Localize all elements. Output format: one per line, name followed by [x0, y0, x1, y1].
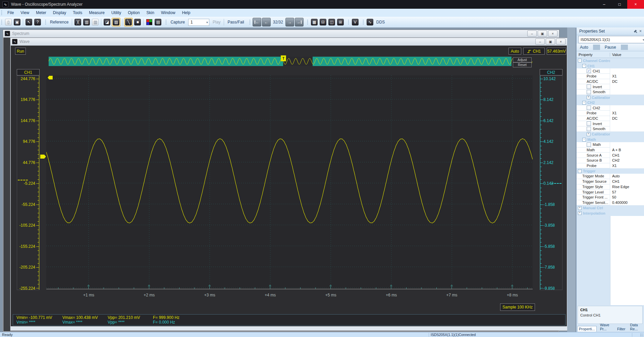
- tile-horizontal-icon[interactable]: ⊟: [319, 18, 327, 26]
- property-value[interactable]: X1: [610, 163, 644, 169]
- trigger-position-flag[interactable]: T: [281, 55, 286, 61]
- property-value[interactable]: CH1: [610, 179, 644, 184]
- stop-icon[interactable]: ■: [133, 18, 142, 26]
- collapse-box[interactable]: -: [578, 169, 582, 173]
- first-frame-icon[interactable]: ←: [253, 18, 261, 26]
- ch2-ground-marker[interactable]: [551, 183, 561, 184]
- checkbox-invert[interactable]: [587, 121, 591, 126]
- expand-box[interactable]: +: [587, 96, 590, 99]
- property-value[interactable]: 57: [610, 189, 644, 195]
- reference-button[interactable]: Reference: [48, 20, 70, 24]
- overview-reset-button[interactable]: Reset: [513, 62, 532, 67]
- checkbox-smooth[interactable]: [587, 90, 591, 94]
- property-value[interactable]: Auto: [610, 174, 644, 179]
- props-pause-button[interactable]: Pause: [601, 45, 620, 50]
- resize-grip[interactable]: [640, 333, 643, 337]
- checkbox-ch2[interactable]: [587, 106, 591, 110]
- save-icon[interactable]: ▣: [13, 18, 21, 26]
- arrange-icons-icon[interactable]: ⊞: [336, 18, 344, 26]
- property-row-trigger-sensit[interactable]: Trigger Sensit...0.400000: [577, 200, 644, 206]
- ch1-axis-scale-area[interactable]: 244.776194.776144.77694.77644.776-5.224-…: [17, 75, 40, 290]
- property-row-invert[interactable]: Invert: [577, 121, 644, 126]
- property-row-ch1[interactable]: -CH1: [577, 63, 644, 69]
- next-frame-icon[interactable]: →: [285, 18, 294, 26]
- property-row-trigger-mode[interactable]: Trigger ModeAuto: [577, 174, 644, 179]
- capture-overview-strip[interactable]: T Adjust Reset: [49, 57, 532, 66]
- property-row-ch2[interactable]: -CH2: [577, 100, 644, 106]
- help-icon[interactable]: ?: [34, 18, 42, 26]
- last-frame-icon[interactable]: →: [295, 18, 304, 26]
- menu-file[interactable]: File: [4, 9, 17, 17]
- trigger-channel-badge[interactable]: CH1: [523, 48, 545, 55]
- panel-tab-data-re[interactable]: Data Re...: [629, 322, 644, 332]
- voltage-button[interactable]: V: [351, 18, 359, 26]
- property-row-probe[interactable]: ProbeX1: [577, 111, 644, 116]
- property-row-calibration[interactable]: +Calibration: [577, 95, 644, 100]
- spectrum-window-titlebar[interactable]: ∿ Spectrum –▣×: [3, 30, 559, 38]
- property-row-manual-ctrl[interactable]: +Manual Ctrl: [577, 205, 644, 211]
- property-value[interactable]: 0.400000: [610, 200, 644, 206]
- checkbox-invert[interactable]: [587, 85, 591, 89]
- property-row-probe[interactable]: ProbeX1: [577, 74, 644, 79]
- prev-frame-icon[interactable]: ←: [262, 18, 271, 26]
- ch2-axis-scale-area[interactable]: 10.1428.1426.1424.1422.1420.142-1.858-3.…: [540, 75, 562, 290]
- trigger-level-marker[interactable]: [40, 155, 46, 159]
- menu-tools[interactable]: Tools: [69, 9, 86, 17]
- property-row-source-a[interactable]: Source ACH1: [577, 153, 644, 158]
- panel-splitter[interactable]: [567, 27, 576, 332]
- property-value[interactable]: X1: [610, 110, 644, 116]
- property-value[interactable]: CH2: [610, 158, 644, 164]
- property-row-invert[interactable]: Invert: [577, 84, 644, 90]
- property-row-channel-control[interactable]: -Channel Control: [577, 58, 644, 63]
- wave-window-restore-button[interactable]: ▣: [546, 39, 555, 45]
- property-row-math[interactable]: Math: [577, 142, 644, 148]
- device-select[interactable]: ISDS205X(1.1)(1) ▾: [578, 36, 644, 43]
- pointer-back-icon[interactable]: ↖: [25, 18, 33, 26]
- checkbox-math[interactable]: [587, 143, 591, 147]
- property-row-math[interactable]: -Math: [577, 137, 644, 142]
- property-value[interactable]: Rise Edge: [610, 184, 644, 190]
- menu-measure[interactable]: Measure: [86, 9, 108, 17]
- property-value[interactable]: X1: [610, 74, 644, 79]
- property-row-calibration[interactable]: +Calibration: [577, 132, 644, 137]
- property-row-ac-dc[interactable]: AC/DCDC: [577, 116, 644, 121]
- property-row-probe[interactable]: ProbeX1: [577, 163, 644, 169]
- wave-window-titlebar[interactable]: ∿ Wave –▣×: [10, 38, 567, 46]
- expand-box[interactable]: +: [587, 132, 590, 136]
- property-row-trigger-front[interactable]: Trigger Front ...50: [577, 195, 644, 200]
- property-value[interactable]: DC: [610, 79, 644, 85]
- collapse-box[interactable]: -: [582, 101, 586, 105]
- menu-window[interactable]: Window: [158, 9, 179, 17]
- waveform-plot[interactable]: [46, 75, 533, 289]
- panel-close-icon[interactable]: ×: [639, 29, 642, 34]
- overview-adjust-button[interactable]: Adjust: [513, 57, 532, 62]
- panel-tab-wave-pr[interactable]: Wave Pr...: [599, 322, 614, 332]
- property-value[interactable]: DC: [610, 116, 644, 121]
- menu-help[interactable]: Help: [179, 9, 194, 17]
- capture-select[interactable]: 1▾: [188, 19, 209, 26]
- property-value[interactable]: CH1: [610, 153, 644, 158]
- property-row-trigger-style[interactable]: Trigger StyleRise Edge: [577, 184, 644, 190]
- minimize-button[interactable]: –: [596, 0, 612, 9]
- property-row-smooth[interactable]: Smooth: [577, 126, 644, 132]
- collapse-box[interactable]: -: [578, 59, 582, 62]
- tile-vertical-icon[interactable]: ◫: [328, 18, 336, 26]
- line-cursor-icon[interactable]: ╲: [124, 18, 133, 26]
- spectrum-view-icon[interactable]: ▨: [112, 18, 120, 26]
- props-auto-button[interactable]: Auto: [577, 45, 592, 50]
- collapse-box[interactable]: -: [582, 138, 586, 142]
- menu-skin[interactable]: Skin: [143, 9, 158, 17]
- property-row-interpolation[interactable]: +Interpolation: [577, 211, 644, 216]
- property-row-source-b[interactable]: Source BCH2: [577, 158, 644, 163]
- property-value[interactable]: A + B: [610, 147, 644, 153]
- expand-box[interactable]: +: [578, 211, 582, 215]
- new-file-icon[interactable]: ▯: [4, 18, 12, 26]
- property-value[interactable]: 50: [610, 194, 644, 200]
- palette-icon[interactable]: [145, 18, 153, 26]
- pin-icon[interactable]: [634, 30, 637, 33]
- passfail-button[interactable]: Pass/Fail: [225, 20, 246, 24]
- columns-icon[interactable]: ▥: [83, 18, 91, 26]
- wave-window-minimize-button[interactable]: –: [535, 39, 545, 45]
- property-row-smooth[interactable]: Smooth: [577, 90, 644, 95]
- menu-view[interactable]: View: [17, 9, 33, 17]
